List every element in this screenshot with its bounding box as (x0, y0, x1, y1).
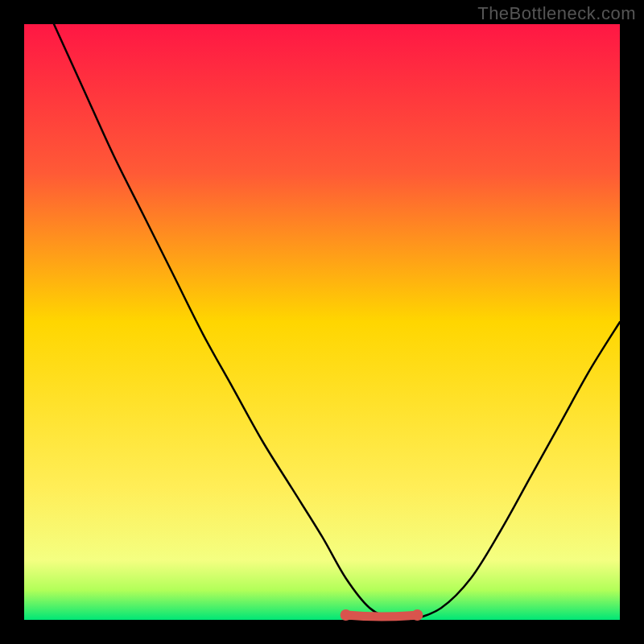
bottleneck-chart (0, 0, 644, 644)
marker-start-dot (341, 609, 352, 621)
chart-container: TheBottleneck.com (0, 0, 644, 644)
watermark-text: TheBottleneck.com (477, 3, 636, 24)
marker-end-dot (411, 609, 423, 621)
plot-background (24, 24, 620, 620)
marker-bar (346, 615, 418, 617)
